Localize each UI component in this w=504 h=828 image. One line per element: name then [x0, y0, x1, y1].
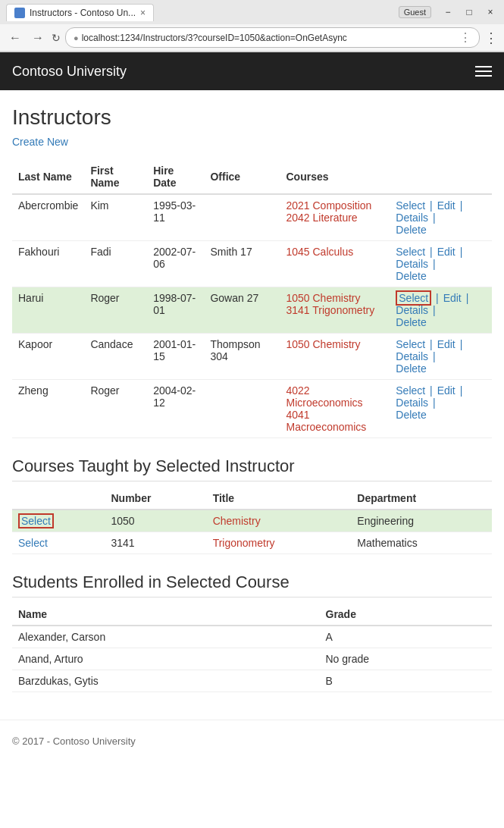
instructor-details-link[interactable]: Details [396, 212, 428, 224]
refresh-button[interactable]: ↻ [52, 32, 61, 44]
instructor-details-link[interactable]: Details [396, 258, 428, 270]
tab-favicon-icon [14, 8, 25, 18]
courses-col-title: Title [207, 488, 352, 510]
instructor-actions: Select | Edit | Details | Delete [390, 334, 492, 380]
hamburger-menu[interactable] [475, 66, 492, 77]
students-table: Name Grade Alexander, CarsonAAnand, Artu… [12, 604, 492, 692]
app-header: Contoso University [0, 52, 504, 90]
instructor-last-name: Fakhouri [12, 241, 84, 287]
instructor-actions: Select | Edit | Details | Delete [390, 241, 492, 287]
student-name: Alexander, Carson [12, 626, 320, 648]
student-name: Barzdukas, Gytis [12, 670, 320, 692]
instructor-last-name: Harui [12, 287, 84, 334]
footer: © 2017 - Contoso University [0, 720, 504, 762]
course-department: Mathematics [351, 532, 492, 554]
main-content: Instructors Create New Last Name First N… [0, 90, 504, 707]
instructor-courses: 2021 Composition2042 Literature [280, 194, 390, 241]
instructor-courses: 1045 Calculus [280, 241, 390, 287]
student-row: Barzdukas, GytisB [12, 670, 492, 692]
forward-button[interactable]: → [29, 30, 47, 46]
hamburger-line-2 [475, 71, 492, 72]
instructor-first-name: Candace [84, 334, 147, 380]
instructor-delete-link[interactable]: Delete [396, 316, 426, 328]
browser-tab[interactable]: Instructors - Contoso Un... × [6, 4, 154, 21]
footer-text: © 2017 - Contoso University [12, 735, 136, 747]
courses-col-department: Department [351, 488, 492, 510]
instructor-hire-date: 2004-02-12 [147, 380, 204, 438]
instructor-select-button[interactable]: Select [396, 290, 431, 306]
instructors-table: Last Name First Name Hire Date Office Co… [12, 160, 492, 438]
browser-titlebar: Instructors - Contoso Un... × Guest − □ … [0, 0, 504, 24]
col-courses: Courses [280, 160, 390, 194]
course-select-button[interactable]: Select [18, 513, 54, 528]
instructor-last-name: Kapoor [12, 334, 84, 380]
lock-icon: ● [74, 33, 79, 42]
course-title: Trigonometry [207, 532, 352, 554]
tab-close-icon[interactable]: × [140, 8, 146, 18]
instructor-delete-link[interactable]: Delete [396, 362, 426, 375]
course-row: Select1050ChemistryEngineering [12, 510, 492, 532]
instructor-row: HaruiRoger1998-07-01Gowan 271050 Chemist… [12, 287, 492, 334]
instructor-hire-date: 2001-01-15 [147, 334, 204, 380]
window-controls: − □ × [440, 7, 498, 17]
instructor-delete-link[interactable]: Delete [396, 409, 426, 421]
instructor-select-button[interactable]: Select [396, 199, 425, 212]
instructor-edit-link[interactable]: Edit [437, 199, 455, 212]
students-col-name: Name [12, 604, 320, 626]
instructor-row: AbercrombieKim1995-03-112021 Composition… [12, 194, 492, 241]
instructor-select-button[interactable]: Select [396, 338, 425, 350]
instructor-office: Thompson 304 [204, 334, 280, 380]
instructor-last-name: Abercrombie [12, 194, 84, 241]
address-bar-menu-icon[interactable]: ⋮ [459, 30, 471, 45]
instructor-first-name: Kim [84, 194, 147, 241]
student-name: Anand, Arturo [12, 648, 320, 670]
instructor-row: ZhengRoger2004-02-124022 Microeconomics4… [12, 380, 492, 438]
col-first-name: First Name [84, 160, 147, 194]
instructor-details-link[interactable]: Details [396, 304, 428, 316]
minimize-button[interactable]: − [440, 7, 455, 17]
instructor-courses: 1050 Chemistry3141 Trigonometry [280, 287, 390, 334]
instructor-delete-link[interactable]: Delete [396, 270, 426, 282]
instructor-details-link[interactable]: Details [396, 397, 428, 409]
close-button[interactable]: × [483, 7, 498, 17]
instructor-actions: Select | Edit | Details | Delete [390, 380, 492, 438]
address-bar[interactable]: ● localhost:1234/Instructors/3?courseID=… [65, 27, 480, 48]
student-grade: A [320, 626, 493, 648]
page-heading: Instructors [12, 105, 492, 130]
instructor-edit-link[interactable]: Edit [437, 246, 455, 258]
courses-header-row: Number Title Department [12, 488, 492, 510]
hamburger-line-3 [475, 75, 492, 77]
col-last-name: Last Name [12, 160, 84, 194]
app-title: Contoso University [12, 64, 127, 80]
instructor-delete-link[interactable]: Delete [396, 224, 426, 236]
instructor-details-link[interactable]: Details [396, 350, 428, 362]
back-button[interactable]: ← [6, 30, 24, 46]
browser-menu-icon[interactable]: ⋮ [484, 30, 498, 46]
maximize-button[interactable]: □ [462, 7, 477, 17]
create-new-link[interactable]: Create New [12, 136, 68, 148]
course-select-button[interactable]: Select [18, 537, 48, 549]
instructor-actions: Select | Edit | Details | Delete [390, 194, 492, 241]
student-grade: B [320, 670, 493, 692]
instructor-hire-date: 1998-07-01 [147, 287, 204, 334]
tab-title: Instructors - Contoso Un... [30, 8, 136, 18]
instructor-select-button[interactable]: Select [396, 246, 425, 258]
courses-section-heading: Courses Taught by Selected Instructor [12, 456, 492, 481]
col-hire-date: Hire Date [147, 160, 204, 194]
browser-toolbar: ← → ↻ ● localhost:1234/Instructors/3?cou… [0, 24, 504, 52]
instructor-courses: 1050 Chemistry [280, 334, 390, 380]
instructor-row: KapoorCandace2001-01-15Thompson 3041050 … [12, 334, 492, 380]
instructor-first-name: Roger [84, 380, 147, 438]
course-title: Chemistry [207, 510, 352, 532]
course-number: 1050 [105, 510, 206, 532]
col-actions [390, 160, 492, 194]
instructor-office: Gowan 27 [204, 287, 280, 334]
guest-badge: Guest [399, 6, 431, 18]
instructor-select-button[interactable]: Select [396, 384, 425, 397]
instructor-edit-link[interactable]: Edit [437, 384, 455, 397]
course-number: 3141 [105, 532, 206, 554]
instructor-edit-link[interactable]: Edit [443, 292, 462, 304]
instructor-row: FakhouriFadi2002-07-06Smith 171045 Calcu… [12, 241, 492, 287]
instructor-edit-link[interactable]: Edit [437, 338, 455, 350]
instructor-first-name: Fadi [84, 241, 147, 287]
